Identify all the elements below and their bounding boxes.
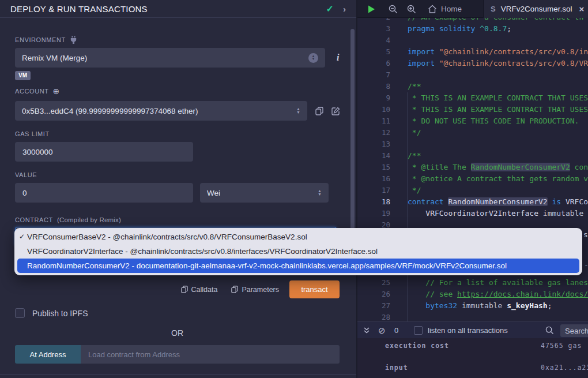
environment-select[interactable]: Remix VM (Merge) ▲▼ (15, 48, 325, 68)
panel-collapse-chevron-icon[interactable]: › (343, 4, 346, 14)
code-line[interactable]: 3pragma solidity ^0.8.7; (357, 23, 588, 35)
code-text: import "@chainlink/contracts/src/v0.8/in… (408, 46, 588, 58)
line-number: 18 (357, 196, 390, 208)
line-number: 6 (357, 58, 390, 69)
code-line[interactable]: 12 */ (357, 127, 588, 139)
terminal-search-input[interactable] (560, 324, 588, 337)
line-number: 10 (357, 104, 390, 115)
environment-label: ENVIRONMENT (15, 36, 356, 44)
code-text: VRFCoordinatorV2Interface immutable (408, 208, 583, 219)
home-tab[interactable]: Home (428, 0, 462, 18)
code-text: bytes32 immutable s_keyHash; (408, 300, 552, 312)
gas-limit-label: GAS LIMIT (15, 130, 356, 137)
line-number: 9 (357, 92, 390, 104)
zoom-out-icon[interactable] (389, 0, 398, 18)
compile-success-check-icon[interactable]: ✓ (326, 3, 334, 14)
terminal-detail-row: execution cost47565 gas (357, 338, 588, 360)
check-icon: ✓ (19, 230, 25, 244)
contract-option[interactable]: RandomNumberConsumerV2 - documentation-g… (17, 259, 579, 273)
copy-calldata-button[interactable]: Calldata (181, 286, 218, 294)
clear-console-ban-icon[interactable]: ⊘ (378, 322, 386, 339)
code-line[interactable]: 28 (357, 312, 588, 321)
code-text: * @notice A contract that gets random v (408, 173, 588, 185)
code-line[interactable]: 4 (357, 35, 588, 46)
listen-all-transactions-checkbox[interactable] (414, 322, 423, 339)
code-text: * THIS IS AN EXAMPLE CONTRACT THAT USES (408, 104, 588, 115)
plug-icon (70, 36, 77, 44)
value-unit-select[interactable]: Wei ▲▼ (200, 183, 329, 203)
run-script-play-icon[interactable] (367, 0, 376, 18)
code-edge-fragment: - (584, 260, 588, 269)
transact-button[interactable]: transact (289, 280, 340, 298)
code-line[interactable]: 10 * THIS IS AN EXAMPLE CONTRACT THAT US… (357, 104, 588, 115)
code-text: // see https://docs.chain.link/docs/ (408, 289, 588, 300)
code-line[interactable]: 6import "@chainlink/contracts/src/v0.8/V… (357, 58, 588, 69)
terminal-row-value: 0xa21...a23e4 (541, 364, 588, 372)
code-line[interactable]: 14/** (357, 150, 588, 162)
code-line[interactable]: 17 */ (357, 185, 588, 196)
gas-limit-input[interactable] (15, 142, 193, 162)
line-number: 12 (357, 127, 390, 139)
expand-terminal-chevrons-icon[interactable] (363, 322, 370, 339)
contract-option[interactable]: VRFCoordinatorV2Interface - @chainlink/c… (14, 244, 582, 259)
at-address-input[interactable] (81, 345, 340, 364)
line-number: 14 (357, 150, 390, 162)
code-line[interactable]: 5import "@chainlink/contracts/src/v0.8/i… (357, 46, 588, 58)
tab-title: VRFv2Consumer.sol (501, 5, 572, 13)
line-number: 7 (357, 69, 390, 81)
select-carets-icon: ▲▼ (318, 189, 322, 196)
code-text: * THIS IS AN EXAMPLE CONTRACT THAT USES (408, 92, 588, 104)
code-text: * @title The RandomNumberConsumerV2 con (408, 162, 588, 173)
code-line[interactable]: 8/** (357, 81, 588, 92)
panel-bottom-divider (0, 374, 356, 375)
edit-account-icon[interactable] (331, 107, 340, 115)
panel-scrollbar[interactable] (350, 29, 355, 248)
code-line[interactable]: 15 * @title The RandomNumberConsumerV2 c… (357, 162, 588, 173)
copy-account-icon[interactable] (315, 107, 323, 115)
contract-option[interactable]: ✓VRFConsumerBaseV2 - @chainlink/contract… (14, 230, 582, 244)
code-line[interactable]: 13 (357, 139, 588, 150)
value-input[interactable] (15, 183, 193, 203)
code-line[interactable]: 9 * THIS IS AN EXAMPLE CONTRACT THAT USE… (357, 92, 588, 104)
code-text: /** (408, 150, 421, 162)
contract-option-label: VRFCoordinatorV2Interface - @chainlink/c… (27, 247, 378, 256)
tab-vrfv2consumer[interactable]: S VRFv2Consumer.sol × (483, 0, 588, 18)
code-text: // For a list of available gas lanes (408, 277, 588, 289)
account-select[interactable]: 0x5B3...eddC4 (99.99999999999997374068 e… (15, 101, 307, 121)
code-text: contract RandomNumberConsumerV2 is VRFCo… (408, 196, 588, 208)
solidity-file-icon: S (491, 5, 496, 13)
copy-parameters-button[interactable]: Parameters (231, 286, 279, 294)
add-account-plus-icon[interactable]: ⊕ (53, 87, 60, 96)
listen-all-transactions-label: listen on all transactions (428, 322, 508, 339)
code-line[interactable]: 26 // see https://docs.chain.link/docs/ (357, 289, 588, 300)
panel-header: DEPLOY & RUN TRANSACTIONS ✓ › (0, 0, 356, 18)
publish-ipfs-label: Publish to IPFS (32, 309, 88, 318)
terminal-toolbar: ⊘ 0 listen on all transactions (357, 321, 588, 338)
code-edge-fragment: s (583, 230, 588, 239)
line-number: 19 (357, 208, 390, 219)
search-icon (545, 322, 554, 339)
deploy-run-panel: DEPLOY & RUN TRANSACTIONS ✓ › ENVIRONMEN… (0, 0, 356, 378)
code-line[interactable]: 25 // For a list of available gas lanes (357, 277, 588, 289)
code-line[interactable]: 11 * DO NOT USE THIS CODE IN PRODUCTION. (357, 115, 588, 127)
publish-ipfs-checkbox[interactable] (15, 308, 25, 318)
code-line[interactable]: 27 bytes32 immutable s_keyHash; (357, 300, 588, 312)
environment-info-icon[interactable]: i (337, 53, 339, 63)
at-address-button[interactable]: At Address (15, 345, 81, 364)
zoom-in-icon[interactable] (407, 0, 416, 18)
code-text: */ (408, 185, 421, 196)
editor-tab-bar: Home S VRFv2Consumer.sol × (357, 0, 588, 18)
code-line[interactable]: 7 (357, 69, 588, 81)
code-editor: 2// An example of a consumer contract th… (357, 0, 588, 378)
line-number: 13 (357, 139, 390, 150)
vm-badge: VM (15, 71, 31, 80)
code-line[interactable]: 16 * @notice A contract that gets random… (357, 173, 588, 185)
code-line[interactable]: 18contract RandomNumberConsumerV2 is VRF… (357, 196, 588, 208)
code-line[interactable]: 19 VRFCoordinatorV2Interface immutable (357, 208, 588, 219)
line-number: 15 (357, 162, 390, 173)
close-tab-icon[interactable]: × (579, 4, 584, 14)
terminal-output: execution cost47565 gasinput0xa21...a23e… (357, 338, 588, 378)
indent-guide (407, 92, 408, 321)
line-number: 3 (357, 23, 390, 35)
code-text: */ (408, 127, 421, 139)
